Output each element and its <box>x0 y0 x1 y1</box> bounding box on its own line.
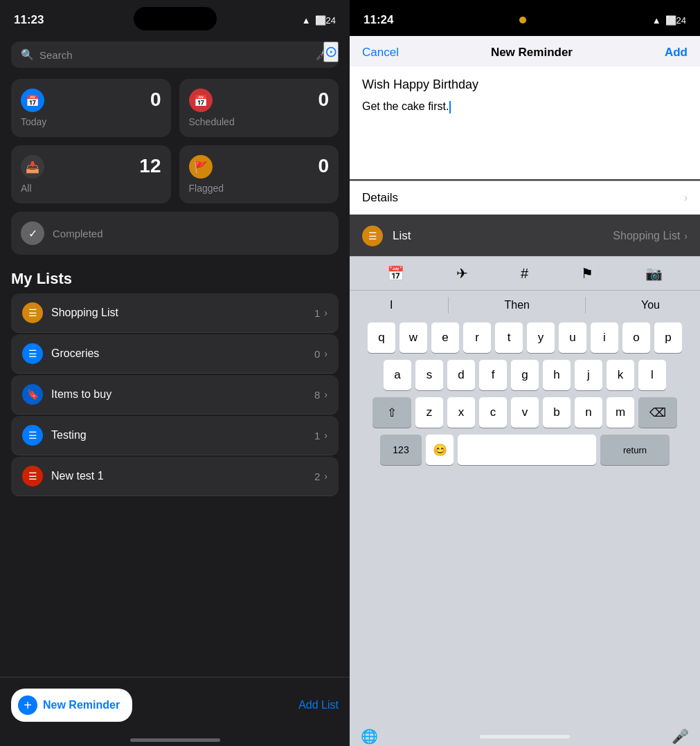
groceries-count: 0 <box>314 348 320 360</box>
list-items: ☰ Shopping List 1 › ☰ Groceries 0 › 🔖 It… <box>0 293 350 677</box>
details-row[interactable]: Details › <box>350 181 700 215</box>
key-s[interactable]: s <box>415 360 443 390</box>
search-bar[interactable]: 🔍 Search 🎤 <box>11 42 339 68</box>
items-to-buy-icon: 🔖 <box>22 384 43 405</box>
flag-toolbar-btn[interactable]: ⚑ <box>575 262 599 284</box>
key-n[interactable]: n <box>575 397 602 428</box>
suggestion-i[interactable]: I <box>379 296 404 314</box>
search-icon: 🔍 <box>21 48 34 61</box>
reminder-input-area[interactable]: Wish Happy Birthday Get the cake first. <box>350 66 700 179</box>
smart-lists-grid: 📅 0 Today 📅 0 Scheduled 📥 12 All 🚩 0 <box>0 79 350 203</box>
key-c[interactable]: c <box>479 397 507 428</box>
items-to-buy-count: 8 <box>314 389 320 401</box>
status-icons-left: ▲ ⬜24 <box>302 15 336 26</box>
shift-key[interactable]: ⇧ <box>373 397 411 428</box>
suggestion-you[interactable]: You <box>630 296 671 314</box>
calendar-toolbar-btn[interactable]: 📅 <box>382 262 410 284</box>
list-item[interactable]: 🔖 Items to buy 8 › <box>11 375 339 415</box>
location-toolbar-btn[interactable]: ✈ <box>451 262 474 284</box>
add-list-button[interactable]: Add List <box>298 699 339 711</box>
key-v[interactable]: v <box>511 397 539 428</box>
groceries-name: Groceries <box>51 347 314 360</box>
smart-list-scheduled[interactable]: 📅 0 Scheduled <box>179 79 339 137</box>
right-panel: 11:24 ▲ ⬜24 Cancel New Reminder Add Wish… <box>350 0 700 746</box>
smart-list-today[interactable]: 📅 0 Today <box>11 79 171 137</box>
sheet-nav: Cancel New Reminder Add <box>350 36 700 66</box>
new-reminder-button[interactable]: + New Reminder <box>11 689 132 722</box>
key-u[interactable]: u <box>559 322 586 353</box>
key-r[interactable]: r <box>463 322 491 353</box>
divider <box>585 297 586 313</box>
key-y[interactable]: y <box>527 322 555 353</box>
scheduled-icon: 📅 <box>189 89 213 112</box>
all-icon: 📥 <box>21 155 44 179</box>
groceries-icon: ☰ <box>22 343 43 364</box>
list-item[interactable]: ☰ Groceries 0 › <box>11 334 339 374</box>
emoji-key[interactable]: 😊 <box>426 435 454 465</box>
reminder-notes-field[interactable]: Get the cake first. <box>362 100 451 112</box>
key-a[interactable]: a <box>384 360 411 390</box>
chevron-right-icon: › <box>684 192 688 204</box>
key-k[interactable]: k <box>607 360 634 390</box>
key-b[interactable]: b <box>543 397 571 428</box>
key-f[interactable]: f <box>479 360 507 390</box>
all-count: 12 <box>139 155 161 177</box>
key-i[interactable]: i <box>591 322 618 353</box>
status-icons-right: ▲ ⬜24 <box>652 15 686 26</box>
home-indicator <box>130 738 220 742</box>
reminder-title-field[interactable]: Wish Happy Birthday <box>362 78 688 92</box>
delete-key[interactable]: ⌫ <box>638 397 677 428</box>
dictation-icon[interactable]: 🎤 <box>672 728 689 745</box>
chevron-right-icon: › <box>324 430 327 441</box>
new-reminder-label: New Reminder <box>43 699 120 711</box>
list-item[interactable]: ☰ Shopping List 1 › <box>11 293 339 333</box>
camera-indicator <box>519 17 526 24</box>
shopping-list-name: Shopping List <box>51 307 314 319</box>
key-e[interactable]: e <box>431 322 459 353</box>
list-item[interactable]: ☰ New test 1 2 › <box>11 457 339 496</box>
key-g[interactable]: g <box>511 360 539 390</box>
key-d[interactable]: d <box>447 360 475 390</box>
list-assignment-row[interactable]: ☰ List Shopping List › <box>350 216 700 256</box>
details-label: Details <box>362 191 398 205</box>
smart-list-all[interactable]: 📥 12 All <box>11 145 171 203</box>
space-key[interactable] <box>458 435 596 465</box>
camera-toolbar-btn[interactable]: 📷 <box>640 262 668 284</box>
smart-list-flagged[interactable]: 🚩 0 Flagged <box>179 145 339 203</box>
numbers-key[interactable]: 123 <box>380 435 422 465</box>
list-row-label: List <box>393 229 613 243</box>
add-button[interactable]: Add <box>665 46 688 60</box>
today-icon: 📅 <box>21 89 44 112</box>
tag-toolbar-btn[interactable]: # <box>515 263 534 284</box>
bottom-bar: + New Reminder Add List <box>0 677 350 733</box>
key-h[interactable]: h <box>543 360 571 390</box>
wifi-icon: ▲ <box>652 15 661 26</box>
completed-card[interactable]: ✓ Completed <box>11 212 339 255</box>
keyboard-row-4: 123 😊 return <box>352 435 697 465</box>
globe-icon[interactable]: 🌐 <box>361 728 378 745</box>
new-test-1-count: 2 <box>314 471 320 482</box>
key-q[interactable]: q <box>368 322 395 353</box>
key-t[interactable]: t <box>495 322 523 353</box>
suggestion-then[interactable]: Then <box>493 296 540 314</box>
shopping-list-count: 1 <box>314 307 320 319</box>
key-o[interactable]: o <box>622 322 650 353</box>
cancel-button[interactable]: Cancel <box>362 46 399 60</box>
key-x[interactable]: x <box>447 397 475 428</box>
completed-icon: ✓ <box>21 221 44 245</box>
key-j[interactable]: j <box>575 360 602 390</box>
more-options-button[interactable]: ⊙ <box>323 42 339 62</box>
completed-label: Completed <box>53 228 103 239</box>
key-m[interactable]: m <box>607 397 634 428</box>
key-z[interactable]: z <box>415 397 443 428</box>
sheet-title: New Reminder <box>491 46 573 60</box>
list-item[interactable]: ☰ Testing 1 › <box>11 416 339 455</box>
home-indicator <box>480 735 570 738</box>
key-w[interactable]: w <box>400 322 427 353</box>
return-key[interactable]: return <box>600 435 670 465</box>
scheduled-count: 0 <box>318 89 329 111</box>
status-bar-right: 11:24 ▲ ⬜24 <box>350 0 700 36</box>
key-p[interactable]: p <box>654 322 682 353</box>
testing-name: Testing <box>51 429 314 442</box>
key-l[interactable]: l <box>638 360 666 390</box>
